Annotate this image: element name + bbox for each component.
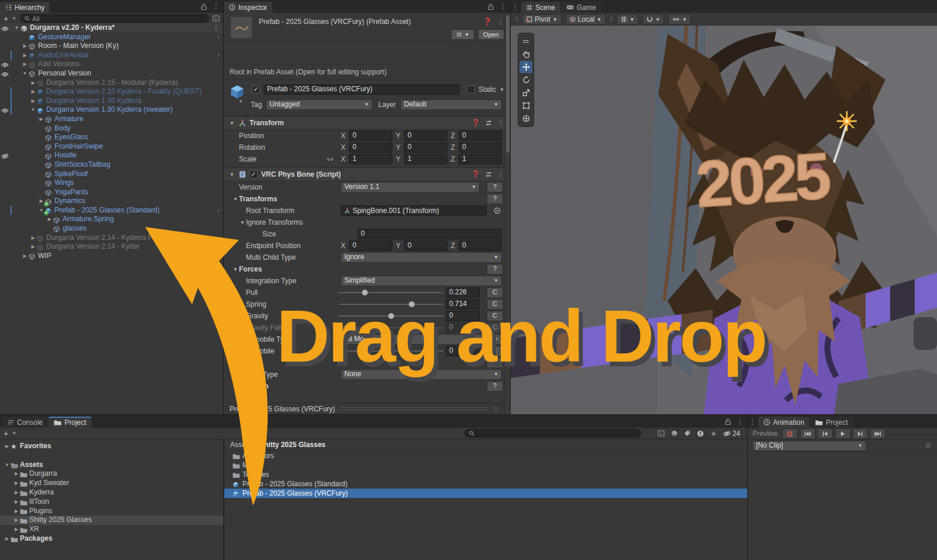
lock-icon[interactable] bbox=[201, 4, 207, 10]
scale-x-field[interactable]: 1 bbox=[349, 154, 392, 164]
pull-slider[interactable] bbox=[338, 289, 443, 296]
scene-panel-menu-icon[interactable]: ⋮ bbox=[512, 3, 519, 11]
endpoint-x-field[interactable]: 0 bbox=[349, 241, 392, 251]
scale-z-field[interactable]: 1 bbox=[459, 154, 502, 164]
tree-row[interactable]: ▶Shitty 2025 Glasses bbox=[0, 516, 223, 525]
tab-scene[interactable]: Scene bbox=[521, 2, 560, 13]
file-row[interactable]: Model bbox=[224, 461, 747, 470]
file-row[interactable]: Textures bbox=[224, 470, 747, 479]
grid-snap-button[interactable]: ▼ bbox=[668, 14, 691, 25]
gravity-falloff-curve-button[interactable]: C bbox=[487, 322, 503, 333]
version-dropdown[interactable]: Version 1.1▼ bbox=[341, 182, 480, 193]
foldout-icon[interactable]: ▼ bbox=[239, 220, 246, 225]
endpoint-z-field[interactable]: 0 bbox=[459, 241, 502, 251]
expand-arrow-icon[interactable]: ▶ bbox=[4, 442, 11, 451]
first-frame-button[interactable] bbox=[800, 428, 815, 439]
transform-header[interactable]: ▼ Transform ❓ ⋮ bbox=[224, 116, 510, 130]
immobile-value-field[interactable]: 0 bbox=[446, 346, 480, 356]
tree-row[interactable]: ▶Durgarra bbox=[0, 469, 223, 479]
favorites-star-icon[interactable]: ★ bbox=[710, 430, 717, 438]
multi-child-dropdown[interactable]: Ignore▼ bbox=[341, 252, 502, 263]
rotation-z-field[interactable]: 0 bbox=[459, 142, 502, 153]
play-button[interactable] bbox=[835, 428, 850, 439]
collision-help-button[interactable]: ? bbox=[487, 381, 503, 391]
help-icon[interactable]: ❓ bbox=[471, 170, 480, 178]
version-help-button[interactable]: ? bbox=[487, 182, 503, 193]
transform-tool[interactable] bbox=[519, 112, 532, 125]
lock-icon[interactable] bbox=[725, 418, 731, 425]
search-by-importance-icon[interactable] bbox=[697, 430, 704, 437]
expand-arrow-icon[interactable]: ▶ bbox=[13, 507, 20, 516]
project-menu-icon[interactable]: ⋮ bbox=[737, 417, 744, 425]
footer-menu-icon[interactable]: ⋮ bbox=[493, 405, 500, 413]
pull-curve-button[interactable]: C bbox=[487, 287, 503, 298]
hierarchy-row[interactable]: ▶Armature bbox=[0, 115, 223, 124]
hierarchy-row[interactable]: ▼Durgarra Version 1.30 Kyderra (sweater) bbox=[0, 105, 223, 115]
inspector-scrollbar[interactable] bbox=[505, 13, 510, 414]
create-asset-dropdown-icon[interactable]: ▼ bbox=[12, 431, 16, 436]
spring-slider[interactable] bbox=[338, 301, 443, 308]
immobile-curve-button[interactable]: C bbox=[487, 346, 503, 356]
expand-arrow-icon[interactable]: ▶ bbox=[13, 469, 20, 479]
tree-row[interactable]: ▶Plugins bbox=[0, 507, 223, 516]
pull-value-field[interactable]: 0.226 bbox=[446, 287, 480, 298]
file-row[interactable]: Prefab - 2025 Glasses (Standard) bbox=[224, 479, 747, 489]
tab-inspector[interactable]: Inspector bbox=[224, 2, 272, 13]
root-transform-field[interactable]: SpingBone.001 (Transform) bbox=[341, 205, 487, 216]
object-picker-icon[interactable] bbox=[494, 207, 501, 214]
hierarchy-row[interactable]: glasses bbox=[0, 224, 223, 233]
hierarchy-row[interactable]: ▶Room - Main Version (Ky) bbox=[0, 42, 223, 51]
hierarchy-row[interactable]: Hoodie bbox=[0, 151, 223, 160]
transforms-foldout[interactable]: ▼ Transforms ? bbox=[224, 193, 510, 205]
static-checkbox[interactable] bbox=[467, 85, 475, 94]
hierarchy-row[interactable]: ▶AudioLinkAvatar› bbox=[0, 51, 223, 60]
presets-icon[interactable] bbox=[485, 171, 492, 177]
limit-type-dropdown[interactable]: None▼ bbox=[341, 369, 502, 380]
hierarchy-row[interactable]: EyesGlass bbox=[0, 133, 223, 142]
next-key-button[interactable] bbox=[853, 428, 868, 439]
tree-row[interactable]: ▶Kyderra bbox=[0, 488, 223, 497]
expand-arrow-icon[interactable]: ▼ bbox=[21, 69, 29, 78]
gravity-falloff-value-field[interactable]: 0 bbox=[446, 322, 480, 333]
prefab-arrow-icon[interactable]: ▼ bbox=[238, 99, 243, 104]
tree-row[interactable]: ▶★Favorites bbox=[0, 442, 223, 451]
scene-viewport[interactable]: 2025 bbox=[511, 26, 937, 414]
expand-arrow-icon[interactable]: ▼ bbox=[29, 105, 37, 115]
rect-tool[interactable] bbox=[519, 99, 532, 112]
position-z-field[interactable]: 0 bbox=[459, 130, 502, 141]
open-prefab-button[interactable]: Open bbox=[478, 29, 504, 40]
create-asset-button[interactable]: + bbox=[4, 430, 8, 438]
hierarchy-menu-icon[interactable]: ⋮ bbox=[213, 2, 220, 11]
search-by-label-icon[interactable] bbox=[684, 430, 690, 437]
create-dropdown-icon[interactable]: ▼ bbox=[12, 16, 16, 21]
record-button[interactable] bbox=[782, 428, 798, 439]
prev-key-button[interactable] bbox=[818, 428, 833, 439]
static-dropdown-icon[interactable]: ▼ bbox=[500, 87, 504, 92]
position-x-field[interactable]: 0 bbox=[349, 130, 392, 141]
search-in-pane-icon[interactable] bbox=[658, 430, 665, 437]
gravity-falloff-slider[interactable] bbox=[338, 324, 443, 331]
foldout-icon[interactable]: ▼ bbox=[228, 172, 235, 177]
expand-arrow-icon[interactable]: ▶ bbox=[29, 97, 37, 106]
file-row[interactable]: Prefab - 2025 Glasses (VRCFury) bbox=[224, 489, 747, 498]
asset-menu-icon[interactable]: ⋮ bbox=[497, 18, 504, 26]
rotation-y-field[interactable]: 0 bbox=[404, 142, 447, 153]
file-row[interactable]: Animators bbox=[224, 451, 747, 461]
gravity-value-field[interactable]: 0 bbox=[446, 311, 480, 321]
hierarchy-row[interactable]: SpikeFloof bbox=[0, 170, 223, 179]
transforms-help-button[interactable]: ? bbox=[487, 194, 503, 204]
integration-type-dropdown[interactable]: Simplified▼ bbox=[341, 276, 502, 286]
clip-dropdown[interactable]: [No Clip]▼ bbox=[753, 441, 866, 451]
forces-help-button[interactable]: ? bbox=[487, 264, 503, 274]
hierarchy-row[interactable]: ▼Personal Version bbox=[0, 69, 223, 78]
gameobject-name-field[interactable]: Prefab - 2025 Glasses (VRCFury) bbox=[264, 84, 460, 95]
hierarchy-row[interactable]: ▶Armature.Spring bbox=[0, 215, 223, 224]
local-toggle-button[interactable]: Local▼ bbox=[566, 14, 606, 25]
hierarchy-row[interactable]: ▼+Prefab - 2025 Glasses (Standard)› bbox=[0, 206, 223, 215]
component-menu-icon[interactable]: ⋮ bbox=[497, 170, 504, 178]
hierarchy-row[interactable]: ▶Durgarra Version 2.10 Kyderra - Furalit… bbox=[0, 87, 223, 97]
grid-visibility-button[interactable]: ▼ bbox=[617, 14, 638, 25]
animation-panel-menu-icon[interactable]: ⋮ bbox=[749, 418, 756, 426]
expand-arrow-icon[interactable]: ▶ bbox=[29, 78, 37, 88]
snap-toggle-button[interactable]: ▼ bbox=[642, 14, 664, 25]
